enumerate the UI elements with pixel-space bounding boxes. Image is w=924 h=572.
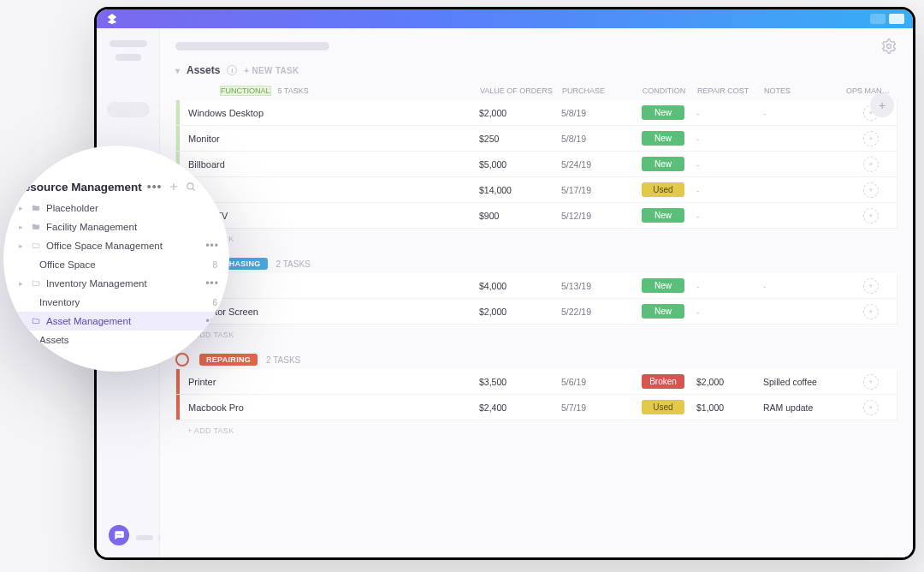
table-row[interactable]: Macbook Pro$2,4005/7/19Used$1,000RAM upd…	[175, 395, 897, 420]
condition-badge[interactable]: New	[642, 278, 684, 293]
cell-purchase[interactable]: 5/7/19	[561, 402, 630, 413]
condition-badge[interactable]: New	[642, 131, 684, 146]
sidebar-list-item[interactable]: Office Space8	[14, 255, 222, 274]
col-header-repair-cost[interactable]: REPAIR COST	[697, 86, 764, 95]
assignee-placeholder-icon[interactable]: +	[863, 304, 879, 319]
sidebar-folder-item[interactable]: ▸Office Space Management•••	[14, 236, 222, 255]
cell-repair-cost[interactable]: -	[696, 307, 763, 317]
cell-value[interactable]: $4,000	[479, 281, 561, 291]
table-row[interactable]: Billboard$5,0005/24/19New-+	[175, 152, 897, 177]
cell-condition[interactable]: New	[630, 208, 696, 223]
minimize-button[interactable]	[870, 14, 886, 24]
status-handle-icon[interactable]	[175, 353, 189, 366]
status-tag[interactable]: REPAIRING	[199, 354, 258, 366]
cell-repair-cost[interactable]: $1,000	[696, 402, 763, 413]
cell-value[interactable]: $2,000	[479, 307, 561, 317]
cell-repair-cost[interactable]: $2,000	[696, 377, 763, 387]
cell-ops-assignee[interactable]: +	[845, 131, 897, 146]
cell-value[interactable]: $14,000	[479, 185, 561, 195]
assignee-placeholder-icon[interactable]: +	[863, 278, 879, 294]
cell-repair-cost[interactable]: -	[696, 134, 763, 144]
search-icon[interactable]	[185, 181, 197, 193]
cell-notes[interactable]: -	[763, 108, 845, 118]
cell-repair-cost[interactable]: -	[696, 159, 763, 170]
cell-condition[interactable]: New	[630, 304, 696, 319]
cell-repair-cost[interactable]: -	[696, 211, 763, 221]
add-task-button[interactable]: + ADD TASK	[175, 229, 897, 249]
tree-item-options[interactable]: •••	[205, 277, 222, 289]
cell-notes[interactable]: -	[763, 281, 845, 291]
assignee-placeholder-icon[interactable]: +	[863, 182, 879, 198]
sidebar-folder-item[interactable]: ▸Asset Management•••	[14, 312, 222, 331]
condition-badge[interactable]: New	[642, 304, 684, 319]
add-task-button[interactable]: + ADD TASK	[175, 325, 897, 345]
table-row[interactable]: Projector Screen$2,0005/22/19New-+	[175, 299, 897, 325]
space-options[interactable]: •••	[147, 180, 163, 194]
task-name[interactable]: Macbook Pro	[180, 402, 479, 413]
tree-item-options[interactable]: •••	[205, 240, 222, 252]
cell-repair-cost[interactable]: -	[696, 185, 763, 195]
task-name[interactable]: Billboard	[180, 159, 479, 170]
condition-badge[interactable]: Used	[642, 182, 684, 197]
assignee-placeholder-icon[interactable]: +	[863, 374, 879, 390]
col-header-condition[interactable]: CONDITION	[631, 86, 697, 95]
cell-value[interactable]: $2,400	[479, 402, 561, 413]
assignee-placeholder-icon[interactable]: +	[863, 400, 879, 415]
task-name[interactable]: Printer	[180, 377, 479, 387]
cell-condition[interactable]: New	[630, 105, 696, 120]
table-row[interactable]: Car$14,0005/17/19Used-+	[175, 177, 897, 203]
cell-ops-assignee[interactable]: +	[845, 208, 897, 223]
cell-condition[interactable]: Used	[630, 400, 696, 414]
cell-notes[interactable]: Spilled coffee	[763, 377, 845, 387]
cell-notes[interactable]: RAM update	[763, 402, 845, 413]
plus-icon[interactable]	[168, 181, 180, 193]
task-name[interactable]: Smart TV	[180, 211, 479, 221]
cell-value[interactable]: $3,500	[479, 377, 561, 387]
cell-condition[interactable]: New	[630, 131, 696, 146]
assignee-placeholder-icon[interactable]: +	[863, 157, 879, 172]
sidebar-search[interactable]	[107, 102, 150, 117]
cell-condition[interactable]: New	[630, 157, 696, 171]
cell-purchase[interactable]: 5/6/19	[561, 377, 630, 387]
cell-purchase[interactable]: 5/17/19	[561, 185, 630, 195]
cell-purchase[interactable]: 5/8/19	[561, 108, 630, 118]
sidebar-list-item[interactable]: Inventory6	[14, 293, 222, 312]
task-name[interactable]: Car	[180, 185, 479, 195]
cell-condition[interactable]: New	[630, 278, 696, 293]
cell-value[interactable]: $2,000	[479, 108, 561, 118]
sidebar-folder-item[interactable]: ▸Inventory Management•••	[14, 274, 222, 293]
table-row[interactable]: Printer$3,5005/6/19Broken$2,000Spilled c…	[175, 369, 897, 395]
assignee-placeholder-icon[interactable]: +	[863, 131, 879, 146]
assignee-placeholder-icon[interactable]: +	[863, 208, 879, 223]
table-row[interactable]: Monitor$2505/8/19New-+	[175, 126, 897, 152]
new-task-button[interactable]: + NEW TASK	[244, 66, 299, 75]
condition-badge[interactable]: Used	[642, 400, 684, 414]
cell-condition[interactable]: Used	[630, 182, 696, 197]
condition-badge[interactable]: New	[642, 157, 684, 171]
add-column-button[interactable]: +	[870, 93, 894, 117]
task-name[interactable]: Projector Screen	[180, 307, 479, 317]
cell-value[interactable]: $5,000	[479, 159, 561, 170]
chat-button[interactable]	[109, 525, 129, 545]
cell-purchase[interactable]: 5/12/19	[561, 211, 630, 221]
sidebar-folder-item[interactable]: ▸Facility Management	[14, 217, 222, 236]
condition-badge[interactable]: New	[642, 208, 684, 223]
status-tag[interactable]: FUNCTIONAL	[220, 86, 271, 96]
cell-purchase[interactable]: 5/24/19	[561, 159, 630, 170]
cell-purchase[interactable]: 5/22/19	[561, 307, 630, 317]
col-header-ops[interactable]: OPS MAN…	[846, 86, 897, 95]
sidebar-folder-item[interactable]: ▸Placeholder	[14, 199, 222, 217]
cell-value[interactable]: $900	[479, 211, 561, 221]
cell-ops-assignee[interactable]: +	[845, 304, 897, 319]
cell-repair-cost[interactable]: -	[696, 108, 763, 118]
cell-purchase[interactable]: 5/13/19	[561, 281, 630, 291]
collapse-icon[interactable]: ▾	[175, 66, 180, 75]
add-task-button[interactable]: + ADD TASK	[175, 420, 897, 441]
col-header-value[interactable]: VALUE OF ORDERS	[480, 86, 562, 95]
table-row[interactable]: Smart TV$9005/12/19New-+	[175, 203, 897, 229]
cell-ops-assignee[interactable]: +	[845, 182, 897, 198]
gear-icon[interactable]	[880, 38, 897, 55]
table-row[interactable]: Windows Desktop$2,0005/8/19New--+	[175, 100, 897, 126]
info-icon[interactable]: i	[227, 65, 237, 75]
col-header-notes[interactable]: NOTES	[764, 86, 846, 95]
